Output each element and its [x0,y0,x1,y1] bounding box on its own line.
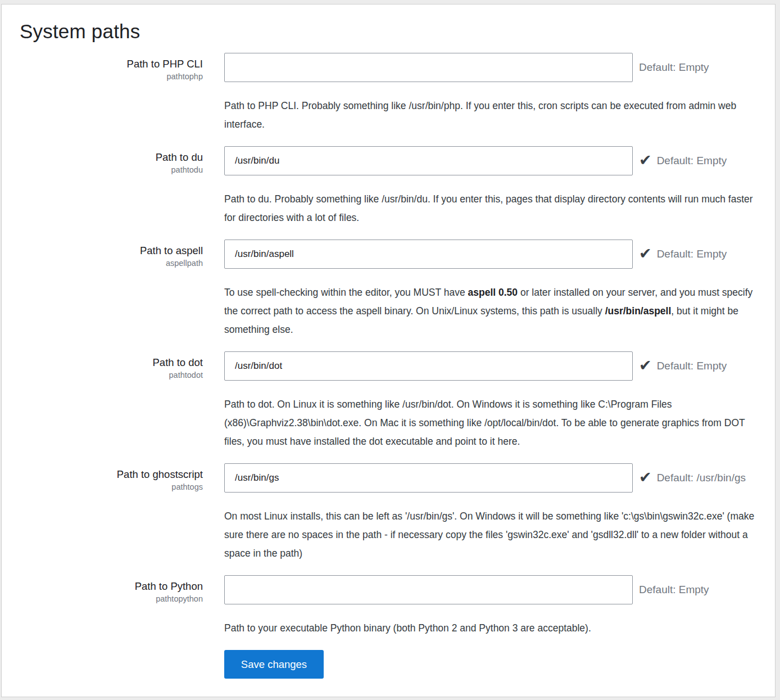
field-default: ✔ Default: Empty [639,146,727,175]
field-description: Path to PHP CLI. Probably something like… [224,97,764,134]
field-row-pathtogs: Path to ghostscript pathtogs ✔ Default: … [17,463,764,493]
field-description: Path to your executable Python binary (b… [224,619,764,638]
pathtopython-input[interactable] [224,575,633,604]
default-value-text: Default: Empty [639,61,709,74]
pathtodu-input[interactable] [224,146,633,175]
field-input-cell [224,240,633,269]
field-label-cell: Path to PHP CLI pathtophp [17,53,203,81]
field-label: Path to dot [17,356,203,369]
field-row-aspellpath: Path to aspell aspellpath ✔ Default: Emp… [17,240,764,269]
field-label: Path to ghostscript [17,468,203,481]
field-description: To use spell-checking within the editor,… [224,283,764,339]
check-icon: ✔ [639,246,652,261]
field-label-cell: Path to dot pathtodot [17,351,203,380]
field-description: On most Linux installs, this can be left… [224,507,764,563]
default-value-text: Default: Empty [657,360,727,372]
field-input-cell [224,463,633,493]
field-input-cell [224,53,633,82]
field-row-pathtophp: Path to PHP CLI pathtophp Default: Empty [17,53,764,82]
field-input-cell [224,351,633,381]
field-label-cell: Path to du pathtodu [17,146,203,174]
description-text-bold: aspell 0.50 [468,287,518,298]
field-label-cell: Path to aspell aspellpath [17,240,203,268]
field-default: ✔ Default: Empty [639,240,727,269]
check-icon: ✔ [639,153,652,168]
field-row-pathtopython: Path to Python pathtopython Default: Emp… [17,575,764,604]
description-text-bold: /usr/bin/aspell [605,305,672,317]
field-default: Default: Empty [639,53,709,82]
settings-panel: System paths Path to PHP CLI pathtophp D… [1,4,776,697]
description-text: To use spell-checking within the editor,… [224,287,468,298]
check-icon: ✔ [639,470,652,485]
save-changes-button[interactable]: Save changes [224,650,324,679]
field-input-cell [224,575,633,604]
pathtophp-input[interactable] [224,53,633,82]
form-actions: Save changes [224,650,764,679]
field-row-pathtodu: Path to du pathtodu ✔ Default: Empty [17,146,764,175]
field-description: Path to dot. On Linux it is something li… [224,395,764,451]
pathtodot-input[interactable] [224,351,633,381]
field-label: Path to aspell [17,244,203,257]
field-description: Path to du. Probably something like /usr… [224,190,764,227]
field-label-cell: Path to ghostscript pathtogs [17,463,203,491]
check-icon: ✔ [639,358,652,373]
field-input-cell [224,146,633,175]
field-label: Path to Python [17,580,203,593]
aspellpath-input[interactable] [224,240,633,269]
field-setting-name: pathtophp [17,72,203,81]
default-value-text: Default: Empty [639,584,709,596]
field-setting-name: pathtogs [17,482,203,491]
default-value-text: Default: Empty [657,155,727,167]
field-label-cell: Path to Python pathtopython [17,575,203,603]
field-default: ✔ Default: Empty [639,351,727,381]
field-label: Path to PHP CLI [17,57,203,70]
field-setting-name: pathtodu [17,165,203,174]
field-default: ✔ Default: /usr/bin/gs [639,463,746,493]
default-value-text: Default: /usr/bin/gs [657,472,746,484]
default-value-text: Default: Empty [657,248,727,260]
page-title: System paths [20,20,764,43]
field-row-pathtodot: Path to dot pathtodot ✔ Default: Empty [17,351,764,381]
field-label: Path to du [17,151,203,164]
field-setting-name: pathtopython [17,594,203,603]
pathtogs-input[interactable] [224,463,633,493]
field-default: Default: Empty [639,575,709,604]
field-setting-name: aspellpath [17,259,203,268]
field-setting-name: pathtodot [17,371,203,380]
